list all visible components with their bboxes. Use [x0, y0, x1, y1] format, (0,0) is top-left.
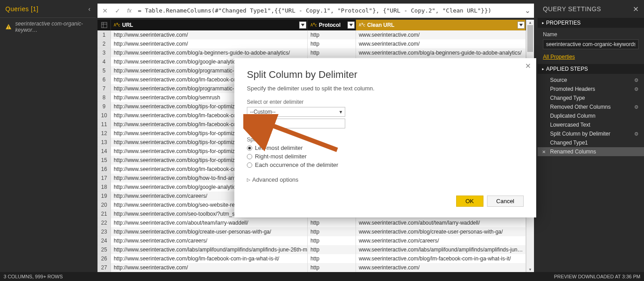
applied-step[interactable]: Renamed Columns: [538, 147, 644, 156]
cell-clean-url[interactable]: www.seerinteractive.com/blog/create-user…: [356, 227, 526, 236]
cell-clean-url[interactable]: www.seerinteractive.com/about/team/larry…: [356, 218, 526, 227]
filter-dropdown-icon[interactable]: [299, 21, 306, 29]
table-row[interactable]: 2http://www.seerinteractive.com/httpwww.…: [97, 39, 526, 48]
row-number: 27: [97, 263, 111, 272]
svg-rect-2: [8, 28, 8, 29]
row-number: 17: [97, 174, 111, 183]
cell-url[interactable]: http://www.seerinteractive.com/blog/lm-f…: [111, 254, 308, 263]
split-at-option[interactable]: Left-most delimiter: [247, 145, 524, 151]
table-row[interactable]: 1http://www.seerinteractive.com/httpwww.…: [97, 30, 526, 39]
cell-protocol[interactable]: http: [308, 227, 356, 236]
cancel-button[interactable]: Cancel: [487, 196, 524, 207]
cell-clean-url[interactable]: www.seerinteractive.com/labs/amplifound/…: [356, 245, 526, 254]
split-at-option[interactable]: Each occurrence of the delimiter: [247, 162, 524, 168]
custom-delimiter-input[interactable]: ?: [247, 119, 345, 128]
table-row[interactable]: 23http://www.seerinteractive.com/blog/cr…: [97, 227, 526, 236]
radio-label: Each occurrence of the delimiter: [255, 162, 338, 168]
applied-step[interactable]: Source⚙: [538, 76, 644, 85]
table-corner-icon[interactable]: [97, 20, 111, 30]
formula-dropdown-icon[interactable]: ⌄: [523, 6, 531, 15]
cell-url[interactable]: http://www.seerinteractive.com/blog/a-be…: [111, 48, 308, 57]
table-row[interactable]: 25http://www.seerinteractive.com/labs/am…: [97, 245, 526, 254]
gear-icon[interactable]: ⚙: [634, 131, 639, 137]
fx-label[interactable]: fx: [125, 7, 133, 14]
applied-step[interactable]: Promoted Headers⚙: [538, 85, 644, 94]
scroll-up-icon[interactable]: ▲: [526, 20, 534, 25]
cell-url[interactable]: http://www.seerinteractive.com/blog/crea…: [111, 227, 308, 236]
cell-url[interactable]: http://www.seerinteractive.com/careers/: [111, 236, 308, 245]
delimiter-label: Select or enter delimiter: [247, 99, 524, 105]
advanced-label: Advanced options: [252, 176, 298, 183]
cell-protocol[interactable]: http: [308, 48, 356, 57]
collapse-chevron-icon[interactable]: ‹: [89, 5, 91, 13]
radio-label: Right-most delimiter: [255, 153, 307, 160]
applied-step[interactable]: Duplicated Column: [538, 111, 644, 120]
cell-clean-url[interactable]: www.seerinteractive.com/careers/: [356, 236, 526, 245]
cell-url[interactable]: http://www.seerinteractive.com/labs/ampl…: [111, 245, 308, 254]
column-header-url[interactable]: Aᴯc URL: [111, 20, 308, 30]
gear-icon[interactable]: ⚙: [634, 86, 639, 92]
properties-section-header[interactable]: ▸ PROPERTIES: [538, 18, 644, 28]
cell-protocol[interactable]: http: [308, 30, 356, 39]
cell-url[interactable]: http://www.seerinteractive.com/: [111, 30, 308, 39]
filter-dropdown-icon[interactable]: [517, 21, 525, 29]
scroll-down-icon[interactable]: ▼: [526, 267, 534, 272]
column-header-protocol[interactable]: Aᴯc Protocol: [308, 20, 356, 30]
dialog-close-icon[interactable]: ✕: [525, 62, 531, 70]
step-label: Changed Type: [550, 95, 585, 101]
table-row[interactable]: 24http://www.seerinteractive.com/careers…: [97, 236, 526, 245]
applied-steps-header[interactable]: ▸ APPLIED STEPS: [538, 64, 644, 74]
ok-button[interactable]: OK: [456, 196, 483, 207]
cancel-formula-icon[interactable]: ✕: [100, 6, 110, 16]
commit-formula-icon[interactable]: ✓: [113, 6, 123, 16]
cell-protocol[interactable]: http: [308, 218, 356, 227]
applied-step[interactable]: Split Column by Delimiter⚙: [538, 129, 644, 138]
delimiter-select-value: --Custom--: [250, 109, 275, 115]
table-row[interactable]: 22http://www.seerinteractive.com/about/t…: [97, 218, 526, 227]
row-number: 19: [97, 192, 111, 200]
cell-clean-url[interactable]: www.seerinteractive.com/blog/a-beginners…: [356, 48, 526, 57]
split-at-option[interactable]: Right-most delimiter: [247, 153, 524, 160]
applied-step[interactable]: Changed Type: [538, 94, 644, 102]
svg-rect-1: [8, 26, 8, 27]
applied-step[interactable]: Removed Other Columns⚙: [538, 102, 644, 111]
cell-protocol[interactable]: http: [308, 39, 356, 48]
gear-icon[interactable]: ⚙: [634, 77, 639, 83]
cell-protocol[interactable]: http: [308, 254, 356, 263]
cell-url[interactable]: http://www.seerinteractive.com/about/tea…: [111, 218, 308, 227]
split-column-dialog: ✕ Split Column by Delimiter Specify the …: [234, 58, 536, 217]
cell-clean-url[interactable]: www.seerinteractive.com/: [356, 30, 526, 39]
advanced-options-toggle[interactable]: ▷ Advanced options: [247, 176, 524, 183]
table-row[interactable]: 26http://www.seerinteractive.com/blog/lm…: [97, 254, 526, 263]
cell-url[interactable]: http://www.seerinteractive.com/: [111, 39, 308, 48]
row-number: 6: [97, 75, 111, 84]
queries-panel: Queries [1] ‹ seerinteractive com-organi…: [0, 0, 96, 272]
all-properties-link[interactable]: All Properties: [543, 54, 575, 60]
table-row[interactable]: 27http://www.seerinteractive.com/httpwww…: [97, 263, 526, 272]
applied-step[interactable]: Changed Type1: [538, 138, 644, 147]
cell-protocol[interactable]: http: [308, 236, 356, 245]
gear-icon[interactable]: ⚙: [634, 104, 639, 110]
row-number: 13: [97, 138, 111, 147]
applied-step[interactable]: Lowercased Text: [538, 120, 644, 129]
scroll-thumb[interactable]: [527, 25, 533, 52]
filter-dropdown-icon[interactable]: [347, 21, 355, 29]
cell-url[interactable]: http://www.seerinteractive.com/: [111, 263, 308, 272]
cell-clean-url[interactable]: www.seerinteractive.com/: [356, 39, 526, 48]
formula-input[interactable]: = Table.RenameColumns(#"Changed Type1",{…: [136, 7, 521, 14]
query-name-input[interactable]: [543, 39, 639, 49]
close-icon[interactable]: ✕: [633, 5, 639, 13]
table-row[interactable]: 3http://www.seerinteractive.com/blog/a-b…: [97, 48, 526, 57]
cell-clean-url[interactable]: www.seerinteractive.com/blog/lm-facebook…: [356, 254, 526, 263]
cell-clean-url[interactable]: www.seerinteractive.com/: [356, 263, 526, 272]
query-item[interactable]: seerinteractive com-organic-keywor…: [0, 18, 96, 36]
delimiter-select[interactable]: --Custom-- ▾: [247, 107, 345, 117]
row-number: 11: [97, 120, 111, 129]
cell-protocol[interactable]: http: [308, 245, 356, 254]
row-number: 12: [97, 129, 111, 138]
row-number: 1: [97, 30, 111, 39]
formula-bar: ✕ ✓ fx = Table.RenameColumns(#"Changed T…: [97, 4, 534, 18]
cell-protocol[interactable]: http: [308, 263, 356, 272]
custom-delimiter-value: ?: [250, 120, 253, 127]
column-header-cleanurl[interactable]: Aᴯc Clean URL: [356, 20, 526, 30]
